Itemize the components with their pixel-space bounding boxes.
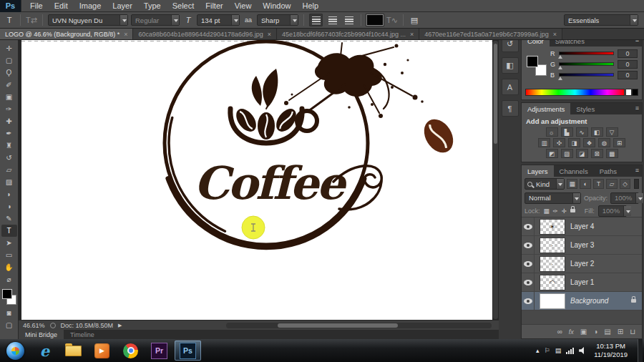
move-tool[interactable]: ✛ <box>1 42 17 54</box>
clone-stamp-tool[interactable]: ♜ <box>1 140 17 152</box>
tab-paths[interactable]: Paths <box>594 165 623 177</box>
lock-pixels-icon[interactable]: ✑ <box>553 207 558 215</box>
chevron-down-icon[interactable] <box>572 193 580 203</box>
tab-layers[interactable]: Layers <box>522 165 554 177</box>
start-button[interactable] <box>6 342 24 360</box>
layer-name[interactable]: Layer 4 <box>570 222 642 230</box>
visibility-toggle[interactable] <box>522 217 535 235</box>
taskbar-internet-explorer[interactable]: e <box>31 341 58 361</box>
white-swatch[interactable] <box>625 89 632 96</box>
filter-smart-object-icon[interactable]: ◇ <box>620 179 630 189</box>
lock-position-icon[interactable]: ✛ <box>562 207 567 215</box>
layer-thumbnail[interactable]: ✶ <box>540 219 565 235</box>
shape-tool[interactable]: ▭ <box>1 249 17 261</box>
tab-timeline[interactable]: Timeline <box>64 330 101 339</box>
photo-filter-icon[interactable]: ❖ <box>583 138 595 147</box>
properties-panel-icon[interactable]: ◧ <box>502 57 519 74</box>
layer-group-icon[interactable]: ▤ <box>604 328 610 336</box>
document-tab-logo[interactable]: LOGO @ 46.6% (Background, RGB/8) * × <box>0 29 133 39</box>
font-family-select[interactable]: UVN Nguyen Du <box>48 14 128 26</box>
chevron-down-icon[interactable] <box>290 15 298 25</box>
tray-app-icon[interactable]: ▤ <box>555 347 562 354</box>
tab-mini-bridge[interactable]: Mini Bridge <box>19 330 64 339</box>
black-swatch[interactable] <box>632 89 638 96</box>
menu-layer[interactable]: Layer <box>107 0 138 12</box>
workspace-select[interactable]: Essentials <box>564 14 638 26</box>
visibility-toggle[interactable] <box>522 236 535 254</box>
exposure-icon[interactable]: ◧ <box>591 127 603 137</box>
document-canvas[interactable]: Coffee <box>21 40 492 320</box>
chevron-down-icon[interactable] <box>171 15 179 25</box>
horizontal-scrollbar[interactable] <box>226 323 492 328</box>
menu-image[interactable]: Image <box>74 0 107 12</box>
font-size-select[interactable]: 134 pt <box>197 14 240 26</box>
chevron-down-icon[interactable] <box>231 15 239 25</box>
lock-all-icon[interactable] <box>570 209 575 212</box>
slider-thumb[interactable] <box>558 55 562 59</box>
filter-pixel-icon[interactable]: ▦ <box>567 179 577 189</box>
type-tool-icon[interactable]: T <box>4 14 15 26</box>
status-flyout-icon[interactable]: ▶ <box>118 323 122 328</box>
lock-transparency-icon[interactable]: ▦ <box>544 207 550 215</box>
blue-value[interactable]: 0 <box>618 71 638 79</box>
menu-edit[interactable]: Edit <box>49 0 74 12</box>
horizontal-scrollbar-thumb[interactable] <box>278 323 398 328</box>
dodge-tool[interactable]: ◑ <box>1 200 17 212</box>
toggle-panels-icon[interactable]: ▤ <box>409 14 420 26</box>
color-lookup-icon[interactable]: ⊞ <box>613 138 625 147</box>
chevron-down-icon[interactable] <box>630 15 638 25</box>
filter-type-icon[interactable]: T <box>593 179 604 189</box>
threshold-icon[interactable]: ◪ <box>576 149 588 158</box>
chevron-down-icon[interactable] <box>556 179 564 189</box>
taskbar-clock[interactable]: 10:13 PM 11/19/2019 <box>591 342 630 360</box>
menu-select[interactable]: Select <box>167 0 200 12</box>
layer-effects-icon[interactable]: fx <box>569 328 574 336</box>
menu-file[interactable]: File <box>24 0 49 12</box>
opacity-select[interactable]: 100% <box>610 192 639 204</box>
chevron-down-icon[interactable] <box>623 206 631 216</box>
color-balance-icon[interactable]: ✣ <box>553 138 565 147</box>
action-center-flag-icon[interactable]: ⚐ <box>545 347 550 354</box>
align-center-button[interactable] <box>326 14 339 26</box>
taskbar-chrome[interactable] <box>117 341 144 361</box>
new-layer-icon[interactable]: ⊞ <box>618 328 623 336</box>
healing-brush-tool[interactable]: ✚ <box>1 115 17 127</box>
posterize-icon[interactable]: ▨ <box>561 149 573 158</box>
filter-adjustment-icon[interactable]: ◐ <box>580 179 590 189</box>
selective-color-icon[interactable]: ⊠ <box>591 149 603 158</box>
hue-saturation-icon[interactable]: ▥ <box>538 138 550 147</box>
font-style-select[interactable]: Regular <box>131 14 180 26</box>
anti-alias-select[interactable]: Sharp <box>257 14 298 26</box>
layer-row-1[interactable]: ◠ Layer 1 <box>522 273 642 292</box>
eraser-tool[interactable]: ▱ <box>1 164 17 176</box>
eyedropper-tool[interactable]: ✑ <box>1 103 17 115</box>
warp-text-icon[interactable]: T∿ <box>386 14 398 26</box>
zoom-tool[interactable]: ⌀ <box>1 273 17 285</box>
brightness-contrast-icon[interactable]: ☼ <box>546 127 558 137</box>
text-color-swatch[interactable] <box>366 14 384 26</box>
menu-type[interactable]: Type <box>138 0 167 12</box>
filter-toggle[interactable] <box>634 179 639 189</box>
color-swatches[interactable] <box>1 288 17 305</box>
levels-icon[interactable]: ▙ <box>561 127 573 137</box>
filter-shape-icon[interactable]: ▱ <box>606 179 617 189</box>
tab-styles[interactable]: Styles <box>570 103 600 114</box>
screen-mode-button[interactable]: ▢ <box>1 319 17 331</box>
foreground-color-swatch[interactable] <box>527 56 538 67</box>
gradient-map-icon[interactable]: ▩ <box>606 149 618 158</box>
green-slider[interactable] <box>559 62 614 66</box>
layer-row-2[interactable]: ∙ Layer 2 <box>522 255 642 273</box>
document-tab-2[interactable]: 60ca98b604b1e889644d2904178a6d96.jpg × <box>133 29 276 39</box>
paragraph-panel-icon[interactable]: ¶ <box>502 100 519 117</box>
blue-slider[interactable] <box>559 73 614 77</box>
layer-name[interactable]: Layer 3 <box>570 241 642 249</box>
gradient-tool[interactable]: ▨ <box>1 176 17 188</box>
channel-mixer-icon[interactable]: ◍ <box>598 138 610 147</box>
menu-help[interactable]: Help <box>296 0 324 12</box>
menu-window[interactable]: Window <box>257 0 296 12</box>
slider-thumb[interactable] <box>558 66 562 69</box>
taskbar-photoshop[interactable]: Ps <box>175 341 201 361</box>
adjustment-layer-icon[interactable]: ◑ <box>593 328 597 336</box>
show-hidden-icons[interactable]: ▴ <box>536 347 540 354</box>
menu-view[interactable]: View <box>229 0 258 12</box>
